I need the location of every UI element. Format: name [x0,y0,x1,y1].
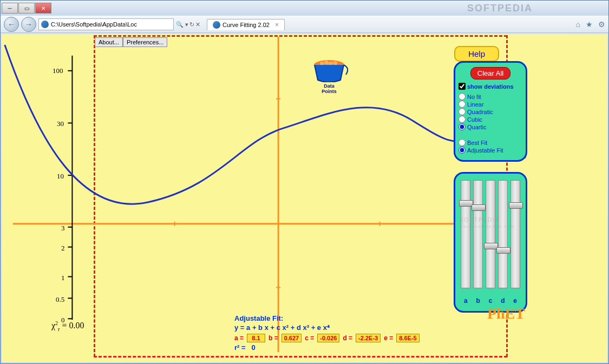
equation-formula: y = a + b x + c x² + d x³ + e x⁴ [234,323,420,332]
address-bar[interactable]: C:\Users\Softpedia\AppData\Loc [38,18,174,30]
fit-radio[interactable] [459,93,466,100]
tab-title: Curve Fitting 2.02 [222,22,270,28]
slider-label-b: b [476,297,480,305]
fit-radio[interactable] [459,116,466,123]
r2-value: 0 [251,343,255,352]
mode-option-best-fit[interactable]: Best Fit [459,139,522,146]
fit-type-group: No fitLinearQuadraticCubicQuartic [459,93,522,130]
equation-title: Adjustable Fit: [234,314,420,322]
search-icon[interactable]: 🔍 ▾ [176,21,188,28]
slider-label-e: e [513,297,517,305]
minimize-button[interactable]: ─ [2,3,18,14]
coeff-value: -0.026 [317,334,339,342]
mode-option-adjustable-fit[interactable]: Adjustable Fit [459,147,522,154]
coeff-value: 8.1 [247,334,265,342]
boundary-bottom [94,356,507,358]
help-button[interactable]: Help [454,46,499,62]
url-text: C:\Users\Softpedia\AppData\Loc [51,21,137,28]
control-panel: Clear All show deviations No fitLinearQu… [454,61,527,162]
coefficient-sliders-panel: abcde [454,172,527,313]
fit-option-no-fit[interactable]: No fit [459,93,522,100]
fit-option-linear[interactable]: Linear [459,101,522,108]
boundary-left [94,35,95,357]
phet-logo: PhET [487,305,525,322]
clear-all-button[interactable]: Clear All [470,67,510,80]
y-tick: 3 [61,224,65,233]
coeff-value: -2.2E-3 [356,334,381,342]
slider-label-d: d [501,297,505,305]
ie-icon [41,21,49,28]
fit-option-cubic[interactable]: Cubic [459,116,522,123]
data-points-bucket[interactable]: DataPoints [310,58,348,94]
bucket-icon [310,58,348,82]
watermark-text: SOFTPEDIA [467,3,533,14]
slider-a[interactable] [461,180,470,288]
favorites-icon[interactable]: ★ [586,20,593,29]
y-tick: 30 [57,120,64,128]
coeff-label: e = [384,334,393,342]
slider-label-c: c [489,297,493,305]
chi-squared-display: χ2r = 0.00 [51,320,84,332]
slider-handle-e[interactable] [509,202,523,209]
mode-radio[interactable] [459,139,466,146]
fit-mode-group: Best FitAdjustable Fit [459,139,522,154]
fit-radio[interactable] [459,101,466,108]
slider-handle-d[interactable] [496,247,510,254]
tab-close-icon[interactable]: × [275,21,279,29]
coeff-value: 0.627 [281,334,302,342]
back-button[interactable]: ← [4,17,19,32]
y-tick: 2 [61,244,65,253]
fit-radio[interactable] [459,108,466,115]
coeff-value: 8.6E-5 [396,334,419,342]
y-tick: 0.5 [56,295,64,304]
slider-b[interactable] [473,180,483,288]
slider-label-a: a [464,297,468,305]
y-tick: 100 [53,67,63,75]
close-button[interactable]: ✕ [35,3,51,14]
slider-c[interactable] [486,180,495,288]
about-button[interactable]: About... [95,37,123,47]
maximize-button[interactable]: ▭ [18,3,35,14]
window-title-bar: SOFTPEDIA ─ ▭ ✕ [1,1,608,16]
forward-button[interactable]: → [21,17,36,32]
equation-area: Adjustable Fit: y = a + b x + c x² + d x… [234,314,420,352]
y-tick: 1 [61,274,65,282]
coeff-label: c = [305,334,314,342]
browser-nav-bar: ← → C:\Users\Softpedia\AppData\Loc 🔍 ▾ ↻… [1,16,608,33]
slider-d[interactable] [498,180,508,288]
ie-icon [213,21,220,29]
boundary-top [94,35,507,37]
coeff-label: d = [343,334,352,342]
show-deviations-input[interactable] [459,83,466,90]
preferences-button[interactable]: Preferences... [123,37,167,47]
home-icon[interactable]: ⌂ [576,20,580,29]
slider-e[interactable] [510,180,520,288]
r2-label: r² = [234,343,246,352]
coeff-label: a = [234,334,244,342]
coeff-label: b = [269,334,278,342]
simulation-area: About... Preferences... [2,34,607,362]
y-tick: 10 [57,172,64,181]
refresh-icon[interactable]: ↻ [189,21,194,28]
fit-option-quartic[interactable]: Quartic [459,123,522,130]
bucket-label: DataPoints [310,83,348,94]
browser-tab[interactable]: Curve Fitting 2.02 × [207,19,285,30]
slider-handle-b[interactable] [472,204,486,211]
fit-radio[interactable] [459,123,466,130]
fit-option-quadratic[interactable]: Quadratic [459,108,522,115]
stop-icon[interactable]: ✕ [195,21,200,28]
show-deviations-checkbox[interactable]: show deviations [459,83,522,90]
mode-radio[interactable] [459,147,466,154]
settings-icon[interactable]: ⚙ [598,20,605,29]
